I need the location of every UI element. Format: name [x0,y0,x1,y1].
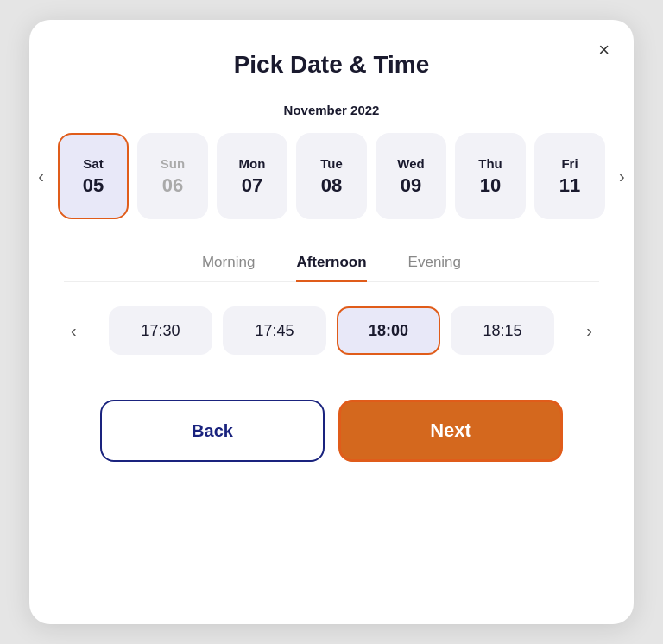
date-carousel: ‹ Sat05Sun06Mon07Tue08Wed09Thu10Fri11 › [64,133,599,219]
time-tab-afternoon[interactable]: Afternoon [296,254,366,282]
close-button[interactable]: × [598,41,609,60]
date-item[interactable]: Wed09 [376,133,446,219]
date-prev-arrow[interactable]: ‹ [31,160,51,193]
month-label: November 2022 [64,103,599,117]
date-num-label: 06 [162,174,183,197]
date-num-label: 10 [480,174,501,197]
date-item[interactable]: Mon07 [217,133,287,219]
modal: × Pick Date & Time November 2022 ‹ Sat05… [29,20,634,624]
time-items: 17:3017:4518:0018:15 [92,306,571,355]
date-next-arrow[interactable]: › [612,160,632,193]
date-num-label: 11 [559,174,580,197]
date-item[interactable]: Thu10 [455,133,526,219]
date-num-label: 07 [242,174,262,197]
date-day-label: Mon [239,156,266,171]
time-slot[interactable]: 17:45 [223,306,326,355]
date-item[interactable]: Tue08 [296,133,367,219]
date-day-label: Wed [397,156,424,171]
date-day-label: Sun [161,156,185,171]
date-day-label: Tue [320,156,343,171]
time-next-arrow[interactable]: › [579,314,599,348]
date-day-label: Sat [83,156,103,171]
date-item[interactable]: Sun06 [137,133,208,219]
next-button[interactable]: Next [338,400,563,462]
time-slot[interactable]: 17:30 [109,306,212,355]
time-tabs: MorningAfternoonEvening [64,254,599,282]
actions: Back Next [64,400,599,462]
date-items: Sat05Sun06Mon07Tue08Wed09Thu10Fri11 [58,133,605,219]
modal-title: Pick Date & Time [64,51,599,79]
date-item[interactable]: Fri11 [534,133,605,219]
date-day-label: Thu [478,156,502,171]
time-tab-morning[interactable]: Morning [202,254,255,282]
date-num-label: 09 [401,174,421,197]
date-day-label: Fri [561,156,578,171]
back-button[interactable]: Back [100,400,325,462]
time-tab-evening[interactable]: Evening [408,254,461,282]
date-item[interactable]: Sat05 [58,133,129,219]
time-slot[interactable]: 18:00 [337,306,440,355]
time-slot[interactable]: 18:15 [451,306,554,355]
date-num-label: 08 [321,174,342,197]
time-prev-arrow[interactable]: ‹ [64,314,84,348]
time-carousel: ‹ 17:3017:4518:0018:15 › [64,306,599,355]
date-num-label: 05 [83,174,104,197]
